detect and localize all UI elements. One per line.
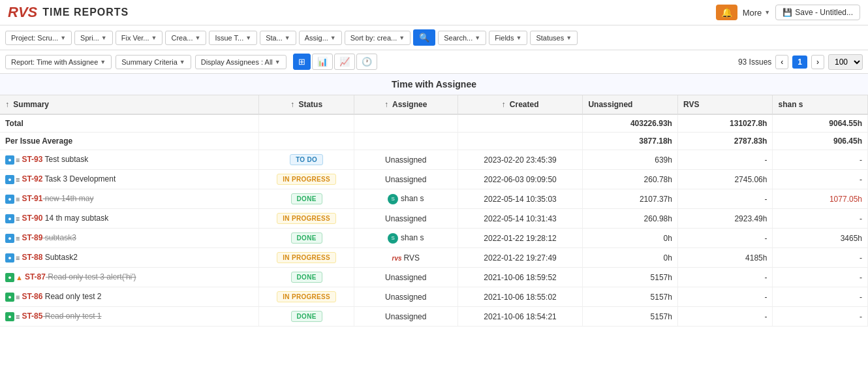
table-title: Time with Assignee [0, 74, 868, 95]
status-badge: DONE [291, 311, 322, 322]
clock-view-button[interactable]: 🕐 [356, 54, 377, 70]
issue-id-link[interactable]: ST-93 [22, 155, 42, 164]
issue-summary-text: Read only test 3 alert('hi') [46, 272, 136, 281]
sort-filter[interactable]: Sort by: crea... ▼ [345, 31, 411, 45]
statuses-filter[interactable]: Statuses ▼ [530, 31, 578, 45]
assignee-name: Unassigned [385, 214, 426, 223]
col-header-shans[interactable]: shan s [773, 95, 868, 114]
shans-cell: - [773, 287, 868, 307]
display-assignees-button[interactable]: Display Assignees : All ▼ [195, 55, 287, 69]
status-badge: DONE [291, 193, 322, 204]
total-rvs: 131027.8h [677, 114, 773, 133]
fix-version-filter[interactable]: Fix Ver... ▼ [116, 31, 163, 45]
priority-icon: ≡ [16, 313, 20, 321]
status-cell: DONE [259, 189, 354, 209]
summary-criteria-button[interactable]: Summary Criteria ▼ [116, 55, 191, 69]
issue-id-link[interactable]: ST-88 [22, 253, 42, 262]
assignee-name: shan s [401, 233, 424, 242]
assignee-name: RVS [404, 253, 420, 263]
search-filter[interactable]: Search... ▼ [438, 31, 486, 45]
summary-cell: ●≡ST-93 Test subtask [0, 150, 259, 170]
summary-cell: ●≡ST-92 Task 3 Development [0, 170, 259, 189]
col-header-created[interactable]: ↑ Created [457, 95, 583, 114]
issue-type-icon: ● [5, 155, 14, 165]
issue-id-link[interactable]: ST-90 [22, 214, 42, 223]
floppy-icon: 💾 [783, 8, 792, 17]
assignee-cell: Unassigned [354, 209, 457, 229]
status-sort-icon: ↑ [290, 100, 294, 109]
status-badge: TO DO [290, 154, 323, 165]
display-assignees-chevron-icon: ▼ [275, 59, 281, 65]
assignee-cell: Unassigned [354, 170, 457, 189]
table-view-button[interactable]: ⊞ [293, 54, 311, 70]
rvs-cell: - [677, 229, 773, 248]
col-header-rvs[interactable]: RVS [677, 95, 773, 114]
col-header-summary[interactable]: ↑ Summary [0, 95, 259, 114]
status-cell: DONE [259, 268, 354, 287]
created-filter[interactable]: Crea... ▼ [165, 31, 206, 45]
issue-summary-text: Read only test 2 [42, 292, 101, 301]
more-chevron-icon: ▼ [764, 9, 770, 16]
bar-chart-view-button[interactable]: 📊 [312, 54, 333, 70]
unassigned-cell: 0h [583, 229, 678, 248]
page-size-select[interactable]: 100 50 25 [828, 54, 863, 70]
rvs-cell: - [677, 307, 773, 327]
rvs-cell: 2745.06h [677, 170, 773, 189]
status-cell: DONE [259, 307, 354, 327]
next-page-button[interactable]: › [811, 55, 824, 69]
col-header-assignee[interactable]: ↑ Assignee [354, 95, 457, 114]
line-chart-view-button[interactable]: 📈 [334, 54, 355, 70]
status-filter[interactable]: Sta... ▼ [260, 31, 296, 45]
issue-type-icon: ● [5, 293, 14, 302]
assignee-name: Unassigned [385, 175, 426, 184]
issue-summary-text: Subtask2 [42, 253, 77, 262]
second-bar: Report: Time with Assignee ▼ Summary Cri… [0, 50, 868, 74]
summary-cell: ●≡ST-86 Read only test 2 [0, 287, 259, 307]
issue-type-icon: ● [5, 175, 14, 184]
project-filter[interactable]: Project: Scru... ▼ [5, 31, 72, 45]
issue-type-filter[interactable]: Issue T... ▼ [209, 31, 257, 45]
avg-shans: 906.45h [773, 133, 868, 150]
issue-id-link[interactable]: ST-87 [25, 272, 46, 281]
save-button[interactable]: 💾 Save - Untitled... [775, 5, 860, 20]
assignee-filter[interactable]: Assig... ▼ [299, 31, 342, 45]
status-badge: DONE [291, 232, 322, 244]
priority-icon: ≡ [16, 156, 20, 164]
created-cell: 2021-10-06 18:54:21 [457, 307, 583, 327]
shans-cell: 1077.05h [773, 189, 868, 209]
unassigned-cell: 5157h [583, 307, 678, 327]
summary-cell: ●≡ST-91 new 14th may [0, 189, 259, 209]
created-cell: 2023-02-20 23:45:39 [457, 150, 583, 170]
prev-page-button[interactable]: ‹ [775, 55, 788, 69]
issue-id-link[interactable]: ST-89 [22, 233, 42, 242]
assignee-chevron-icon: ▼ [330, 35, 336, 41]
issue-id-link[interactable]: ST-85 [22, 311, 42, 321]
issue-id-link[interactable]: ST-92 [22, 174, 42, 184]
total-row: Total 403226.93h 131027.8h 9064.55h [0, 114, 868, 133]
issue-summary-text: Task 3 Development [42, 174, 116, 184]
issue-id-link[interactable]: ST-86 [22, 292, 42, 301]
statuses-chevron-icon: ▼ [566, 35, 572, 41]
more-button[interactable]: More ▼ [743, 8, 771, 18]
unassigned-cell: 639h [583, 150, 678, 170]
col-header-status[interactable]: ↑ Status [259, 95, 354, 114]
issue-summary-text: subtask3 [42, 233, 76, 242]
summary-cell: ●≡ST-85 Read only test 1 [0, 307, 259, 327]
report-chevron-icon: ▼ [100, 59, 106, 65]
created-chevron-icon: ▼ [194, 35, 200, 41]
issue-id-link[interactable]: ST-91 [22, 194, 42, 203]
col-header-unassigned[interactable]: Unassigned [583, 95, 678, 114]
shans-cell: 3465h [773, 229, 868, 248]
app-title: Time Reports [42, 7, 129, 18]
status-cell: TO DO [259, 150, 354, 170]
report-selector[interactable]: Report: Time with Assignee ▼ [5, 55, 112, 69]
summary-cell: ●▲ST-87 Read only test 3 alert('hi') [0, 268, 259, 287]
assignee-name: shan s [401, 194, 424, 203]
status-cell: IN PROGRESS [259, 248, 354, 268]
fields-filter[interactable]: Fields ▼ [489, 31, 527, 45]
summary-criteria-chevron-icon: ▼ [179, 59, 185, 65]
assignee-name: Unassigned [385, 273, 426, 282]
search-execute-button[interactable]: 🔍 [413, 29, 435, 46]
sprint-filter[interactable]: Spri... ▼ [74, 31, 113, 45]
bell-button[interactable]: 🔔 [716, 5, 737, 20]
